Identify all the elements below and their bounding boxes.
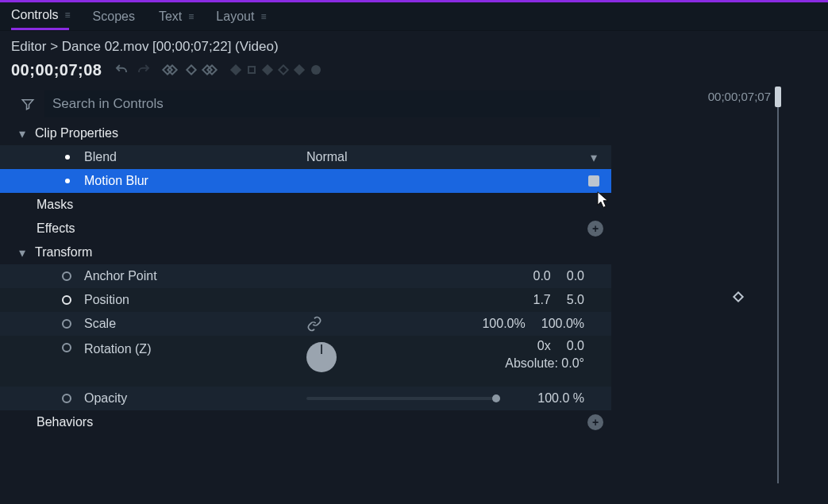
breadcrumb: Editor > Dance 02.mov [00;00;07;22] (Vid… bbox=[0, 31, 828, 58]
marker-diamond-icon-2[interactable] bbox=[294, 64, 305, 75]
rotation-row[interactable]: Rotation (Z) 0x 0.0 Absolute: 0.0° bbox=[0, 336, 611, 387]
position-row[interactable]: Position 1.7 5.0 bbox=[0, 288, 611, 312]
add-effect-button[interactable]: + bbox=[587, 221, 603, 237]
search-input[interactable] bbox=[44, 90, 600, 117]
marker-diamond-icon[interactable] bbox=[230, 64, 241, 75]
tab-label: Controls bbox=[11, 8, 59, 22]
filter-icon[interactable] bbox=[21, 97, 35, 111]
marker-square-icon[interactable] bbox=[248, 66, 256, 74]
transform-header[interactable]: ▾ Transform bbox=[0, 240, 611, 264]
keyframe-marker-icon[interactable] bbox=[733, 291, 744, 302]
marker-diamond-solid-icon[interactable] bbox=[262, 64, 273, 75]
marker-circle-icon[interactable] bbox=[311, 65, 321, 75]
keyframe-icon[interactable] bbox=[186, 64, 197, 75]
scale-x-value[interactable]: 100.0% bbox=[482, 317, 525, 331]
rotation-turns-value[interactable]: 0x bbox=[537, 339, 551, 353]
timecode-toolbar: 00;00;07;08 bbox=[0, 58, 828, 87]
tab-label: Text bbox=[159, 10, 182, 24]
opacity-row[interactable]: Opacity 100.0 % bbox=[0, 387, 611, 410]
enabled-dot-icon[interactable] bbox=[65, 155, 70, 160]
section-title: Transform bbox=[35, 245, 92, 260]
drag-handle-icon: ≡ bbox=[188, 11, 192, 22]
drag-handle-icon: ≡ bbox=[65, 10, 69, 21]
clip-properties-header[interactable]: ▾ Clip Properties bbox=[0, 121, 611, 145]
anchor-point-row[interactable]: Anchor Point 0.0 0.0 bbox=[0, 264, 611, 288]
keyframe-toggle-icon[interactable] bbox=[62, 271, 71, 281]
section-title: Masks bbox=[37, 198, 603, 212]
tab-controls[interactable]: Controls ≡ bbox=[11, 2, 69, 30]
blend-row[interactable]: Blend Normal ▾ bbox=[0, 145, 611, 169]
property-label: Blend bbox=[84, 150, 306, 164]
rotation-knob[interactable] bbox=[306, 342, 337, 372]
keyframe-toggle-icon[interactable] bbox=[62, 394, 71, 403]
anchor-y-value[interactable]: 0.0 bbox=[567, 269, 584, 283]
drag-handle-icon: ≡ bbox=[260, 11, 264, 22]
redo-icon[interactable] bbox=[137, 63, 151, 77]
section-title: Behaviors bbox=[37, 415, 587, 429]
slider-thumb-icon[interactable] bbox=[492, 394, 500, 402]
disclosure-triangle-icon[interactable]: ▾ bbox=[17, 245, 27, 260]
scale-row[interactable]: Scale 100.0% 100.0% bbox=[0, 312, 611, 336]
property-label: Position bbox=[84, 293, 306, 307]
tab-scopes[interactable]: Scopes bbox=[93, 2, 135, 30]
tab-label: Layout bbox=[216, 10, 254, 24]
property-label: Anchor Point bbox=[84, 269, 306, 283]
timeline-timecode: 00;00;07;07 bbox=[708, 90, 771, 103]
current-timecode[interactable]: 00;00;07;08 bbox=[11, 61, 102, 79]
property-label: Rotation (Z) bbox=[84, 339, 306, 356]
effects-header[interactable]: Effects + bbox=[0, 217, 611, 240]
tab-label: Scopes bbox=[93, 10, 135, 24]
scale-y-value[interactable]: 100.0% bbox=[541, 317, 584, 331]
marker-diamond-outline-icon[interactable] bbox=[278, 64, 289, 75]
motion-blur-checkbox[interactable] bbox=[588, 175, 599, 187]
property-label: Scale bbox=[84, 317, 306, 331]
blend-mode-value[interactable]: Normal bbox=[306, 150, 426, 164]
keyframe-toggle-icon[interactable] bbox=[62, 295, 71, 305]
property-label: Opacity bbox=[84, 391, 306, 406]
timeline-panel[interactable]: 00;00;07;07 bbox=[611, 87, 828, 434]
section-title: Effects bbox=[37, 221, 587, 236]
tab-bar: Controls ≡ Scopes Text ≡ Layout ≡ bbox=[0, 2, 828, 31]
add-behavior-button[interactable]: + bbox=[587, 414, 603, 430]
dropdown-arrow-icon[interactable]: ▾ bbox=[584, 150, 603, 165]
position-x-value[interactable]: 1.7 bbox=[533, 293, 551, 307]
prev-keyframe-icon[interactable] bbox=[164, 64, 179, 75]
masks-header[interactable]: Masks bbox=[0, 193, 611, 217]
tab-layout[interactable]: Layout ≡ bbox=[216, 2, 264, 30]
keyframe-toggle-icon[interactable] bbox=[62, 319, 71, 329]
opacity-value[interactable]: 100.0 % bbox=[537, 391, 584, 406]
tab-text[interactable]: Text ≡ bbox=[159, 2, 192, 30]
next-keyframe-icon[interactable] bbox=[203, 64, 219, 75]
position-y-value[interactable]: 5.0 bbox=[567, 293, 584, 307]
motion-blur-row[interactable]: Motion Blur bbox=[0, 169, 611, 193]
playhead[interactable] bbox=[777, 87, 779, 483]
keyframe-toggle-icon[interactable] bbox=[62, 343, 71, 352]
property-label: Motion Blur bbox=[84, 174, 306, 188]
undo-icon[interactable] bbox=[114, 63, 129, 77]
link-icon[interactable] bbox=[306, 316, 322, 332]
behaviors-header[interactable]: Behaviors + bbox=[0, 410, 611, 434]
section-title: Clip Properties bbox=[35, 126, 118, 140]
opacity-slider[interactable] bbox=[306, 397, 500, 400]
anchor-x-value[interactable]: 0.0 bbox=[533, 269, 551, 283]
rotation-deg-value[interactable]: 0.0 bbox=[567, 339, 584, 353]
enabled-dot-icon[interactable] bbox=[65, 179, 70, 183]
rotation-absolute-value: Absolute: 0.0° bbox=[505, 356, 584, 371]
disclosure-triangle-icon[interactable]: ▾ bbox=[17, 126, 27, 141]
